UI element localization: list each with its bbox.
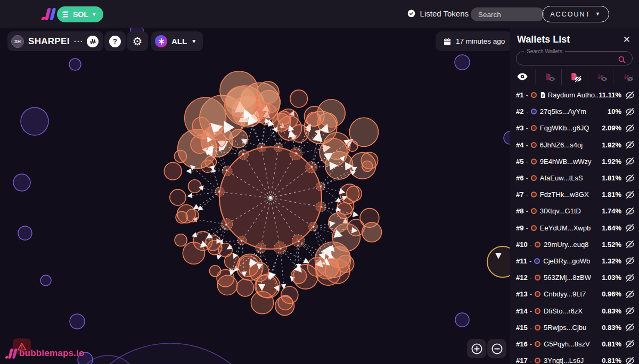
bubblemaps-logo-icon: [4, 348, 18, 359]
filter-contracts-visible-tab[interactable]: [535, 69, 561, 85]
eye-slash-icon[interactable]: [625, 322, 635, 332]
eye-slash-icon[interactable]: [625, 206, 635, 216]
wallet-percent: 1.32%: [602, 257, 625, 265]
verified-badge-icon: [407, 9, 416, 18]
wallet-row[interactable]: #15-5Rwjps...Cjbu0.83%: [510, 319, 639, 336]
filter-all-button[interactable]: ALL ▼: [151, 31, 203, 51]
eye-slash-icon[interactable]: [625, 156, 635, 166]
wallet-percent: 1.92%: [602, 158, 625, 166]
wallet-address: G5Pqyh...8szV: [544, 340, 590, 348]
gear-icon: ⚙: [133, 36, 143, 47]
zoom-out-button[interactable]: [487, 339, 506, 358]
eye-slash-icon[interactable]: [625, 239, 635, 249]
wallet-row[interactable]: #13-Cnbdyy...9Lt70.96%: [510, 286, 639, 302]
wallet-search-input[interactable]: [522, 55, 617, 64]
last-updated-pill[interactable]: 17 minutes ago: [436, 31, 512, 51]
wallet-row[interactable]: #6-AfaEuw...tLsS1.81%: [510, 170, 639, 186]
chain-select-button[interactable]: SOL ▼: [57, 6, 103, 22]
wallet-row[interactable]: #3-FqgWKb...g6JQ2.09%: [510, 120, 639, 136]
panel-title: Wallets List: [517, 34, 570, 45]
wallet-row[interactable]: #9-EeYdUM...Xwpb1.64%: [510, 220, 639, 236]
wallet-address: FdzTHk...w3GX: [540, 191, 589, 198]
map-style-button[interactable]: [82, 31, 103, 51]
top-bar: SOL ▼ Listed Tokens ACCOUNT ▼: [0, 0, 639, 28]
wallet-bubble-dot: [531, 175, 537, 181]
search-icon[interactable]: [617, 55, 627, 64]
wallet-percent: 0.81%: [602, 340, 625, 348]
wallet-bubble-dot: [535, 308, 540, 314]
wallet-row[interactable]: #14-DfiSto...r6zX0.83%: [510, 302, 639, 319]
eye-slash-icon[interactable]: [625, 356, 635, 364]
wallet-bubble-dot: [531, 142, 537, 148]
wallet-row[interactable]: #16-G5Pqyh...8szV0.81%: [510, 336, 639, 352]
bubblemaps-watermark-link[interactable]: bubblemaps.io: [4, 348, 85, 359]
wallet-row[interactable]: #2-27q5ks...AyYm10%: [510, 103, 639, 120]
wallet-rank: #5: [516, 158, 523, 166]
wallet-row[interactable]: #10-29mUry...euq81.52%: [510, 236, 639, 253]
wallet-row[interactable]: #17-3Yngtj...Ls6J0.81%: [510, 352, 639, 364]
eye-slash-icon[interactable]: [625, 173, 635, 183]
wallet-bubble-dot: [531, 225, 537, 231]
wallet-rank: #12: [516, 274, 528, 282]
help-button[interactable]: ?: [104, 31, 126, 51]
wallet-list: #1-Raydium Autho...11.11%#2-27q5ks...AyY…: [510, 87, 639, 364]
settings-button[interactable]: ⚙: [127, 31, 148, 51]
watermark-site-label: bubblemaps.io: [19, 348, 85, 359]
eye-slash-icon[interactable]: [625, 107, 635, 117]
filter-exchanges-hidden-tab[interactable]: [613, 69, 639, 85]
wallet-bubble-dot: [531, 208, 537, 214]
eye-slash-icon[interactable]: [625, 123, 635, 133]
wallet-percent: 10%: [608, 107, 625, 115]
eye-slash-icon[interactable]: [625, 273, 635, 283]
wallet-percent: 1.52%: [602, 241, 625, 249]
plus-circle-icon: [471, 343, 483, 355]
bubblemaps-logo-icon[interactable]: [40, 6, 56, 22]
wallet-address: 29mUry...euq8: [544, 241, 588, 249]
solana-icon: [61, 10, 70, 19]
wallet-rank: #14: [516, 307, 528, 315]
wallet-row[interactable]: #8-3fXtqv...G1tD1.74%: [510, 203, 639, 219]
eye-slash-icon[interactable]: [625, 339, 635, 349]
wallet-row[interactable]: #12-563ZMj...8zBW1.03%: [510, 269, 639, 286]
eye-slash-icon[interactable]: [625, 223, 635, 233]
star-icon: [155, 35, 167, 47]
wallet-rank: #6: [516, 174, 523, 182]
eye-slash-icon[interactable]: [625, 289, 635, 299]
wallet-row[interactable]: #1-Raydium Autho...11.11%: [510, 87, 639, 103]
wallet-address: 6JhNZ6...s4oj: [540, 141, 583, 149]
wallet-rank: #13: [516, 290, 528, 298]
eye-slash-icon[interactable]: [625, 140, 635, 150]
zoom-in-button[interactable]: [467, 339, 486, 358]
wallet-rank: #9: [516, 224, 523, 232]
wallet-address: 9E4hWB...wWzy: [540, 158, 592, 166]
wallet-address: AfaEuw...tLsS: [540, 174, 583, 182]
listed-tokens-toggle[interactable]: Listed Tokens: [407, 9, 469, 18]
calendar-icon: [443, 37, 452, 46]
filter-show-all-tab[interactable]: [510, 69, 535, 85]
eye-icon: [601, 76, 608, 82]
wallet-address: 3fXtqv...G1tD: [540, 207, 581, 215]
wallet-row[interactable]: #7-FdzTHk...w3GX1.81%: [510, 186, 639, 203]
eye-slash-icon[interactable]: [625, 190, 635, 200]
token-name: SHARPEI: [28, 36, 70, 47]
wallet-bubble-dot: [531, 109, 537, 114]
wallet-rank: #8: [516, 207, 523, 215]
filter-contracts-hidden-tab[interactable]: [561, 69, 587, 85]
wallet-bubble-dot: [535, 242, 540, 247]
wallet-row[interactable]: #5-9E4hWB...wWzy1.92%: [510, 153, 639, 170]
eye-slash-icon[interactable]: [625, 306, 635, 316]
filter-exchanges-visible-tab[interactable]: [587, 69, 613, 85]
wallet-rank: #11: [516, 257, 527, 265]
eye-slash-icon[interactable]: [625, 90, 635, 100]
eye-slash-icon[interactable]: [625, 256, 635, 266]
close-icon[interactable]: ✕: [623, 35, 630, 44]
token-info-pill[interactable]: SH SHARPEI ···: [7, 31, 90, 51]
account-button[interactable]: ACCOUNT ▼: [542, 6, 609, 22]
eye-slash-icon: [574, 75, 582, 83]
minus-circle-icon: [491, 343, 503, 355]
wallet-percent: 2.09%: [602, 124, 625, 132]
wallet-rank: #3: [516, 124, 523, 132]
wallet-row[interactable]: #4-6JhNZ6...s4oj1.92%: [510, 137, 639, 153]
wallet-address: FqgWKb...g6JQ: [540, 124, 589, 132]
wallet-row[interactable]: #11-CjeBRy...goWb1.32%: [510, 253, 639, 269]
